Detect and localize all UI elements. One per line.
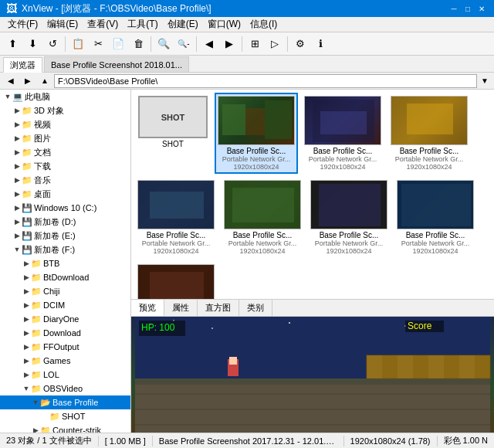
list-item[interactable]: Base Profile Sc... Portable Network Gr..… xyxy=(134,261,218,299)
tree-item-docs[interactable]: ▶ 📁 文档 xyxy=(0,145,130,159)
toggle-counterstrike[interactable]: ▶ xyxy=(31,426,40,433)
tb-view-thumbnails[interactable]: ⊞ xyxy=(245,35,264,53)
toggle-newe[interactable]: ▶ xyxy=(12,232,22,239)
tb-zoom-in[interactable]: 🔍 xyxy=(154,35,173,53)
menu-edit[interactable]: 编辑(E) xyxy=(42,16,83,32)
tree-item-btdownload[interactable]: ▶ 📁 BtDownload xyxy=(0,270,130,284)
tree-item-ffoutput[interactable]: ▶ 📁 FFOutput xyxy=(0,340,130,354)
tab-properties[interactable]: 属性 xyxy=(164,300,198,316)
tree-item-btb[interactable]: ▶ 📁 BTB xyxy=(0,256,130,270)
toggle-lol[interactable]: ▶ xyxy=(22,371,31,378)
tree-item-desktop[interactable]: ▶ 📁 桌面 xyxy=(0,187,130,201)
svg-rect-0 xyxy=(222,104,245,135)
tree-item-downloads[interactable]: ▶ 📁 下载 xyxy=(0,159,130,173)
list-item[interactable]: Base Profile Sc... Portable Network Gr..… xyxy=(387,93,471,174)
toggle-desktop[interactable]: ▶ xyxy=(12,190,22,198)
tab-categories[interactable]: 类别 xyxy=(239,300,272,316)
tree-item-pictures[interactable]: ▶ 📁 图片 xyxy=(0,131,130,145)
toggle-pc[interactable]: ▼ xyxy=(3,93,12,100)
tree-item-newe[interactable]: ▶ 💾 新加卷 (E:) xyxy=(0,229,130,243)
toggle-downloads[interactable]: ▶ xyxy=(12,162,22,170)
list-item[interactable]: Base Profile Sc... Portable Network Gr..… xyxy=(221,177,304,258)
tb-next[interactable]: ▶ xyxy=(220,35,239,53)
toggle-video[interactable]: ▶ xyxy=(12,120,22,128)
tab-screenshot[interactable]: Base Profile Screenshot 2018.01... xyxy=(44,56,189,72)
tree-item-games[interactable]: ▶ 📁 Games xyxy=(0,354,130,368)
tree-item-3d[interactable]: ▶ 📁 3D 对象 xyxy=(0,104,130,117)
tb-slideshow[interactable]: ▷ xyxy=(266,35,284,53)
list-item[interactable]: SHOT SHOT xyxy=(134,93,211,162)
list-item[interactable]: Base Profile Sc... Portable Network Gr..… xyxy=(307,177,391,258)
tb-cut[interactable]: ✂ xyxy=(89,35,107,53)
toggle-newf[interactable]: ▼ xyxy=(12,246,22,253)
svg-rect-2 xyxy=(265,100,292,139)
toggle-ffoutput[interactable]: ▶ xyxy=(22,343,31,351)
toggle-baseprofile[interactable]: ▼ xyxy=(31,399,40,406)
toggle-btdownload[interactable]: ▶ xyxy=(22,273,31,281)
address-input[interactable] xyxy=(54,74,477,88)
close-button[interactable]: ✕ xyxy=(475,3,488,14)
tree-item-baseprofile[interactable]: ▼ 📂 Base Profile xyxy=(0,395,130,409)
tb-up[interactable]: ⬆ xyxy=(3,35,22,53)
maximize-button[interactable]: □ xyxy=(462,3,474,14)
toggle-games[interactable]: ▶ xyxy=(22,357,31,365)
toggle-btb[interactable]: ▶ xyxy=(22,260,31,267)
list-item[interactable]: Base Profile Sc... Portable Network Gr..… xyxy=(394,177,477,258)
toggle-newd[interactable]: ▶ xyxy=(12,218,22,226)
toggle-winc[interactable]: ▶ xyxy=(12,204,22,212)
minimize-button[interactable]: ─ xyxy=(448,3,460,14)
menu-view[interactable]: 查看(V) xyxy=(83,16,123,32)
tab-histogram[interactable]: 直方图 xyxy=(198,300,239,316)
tb-copy[interactable]: 📋 xyxy=(69,35,87,53)
tb-settings[interactable]: ⚙ xyxy=(291,35,310,53)
toggle-music[interactable]: ▶ xyxy=(12,176,22,184)
tree-item-download[interactable]: ▶ 📁 Download xyxy=(0,326,130,340)
toggle-docs[interactable]: ▶ xyxy=(12,148,22,156)
tree-item-chiji[interactable]: ▶ 📁 Chiji xyxy=(0,284,130,298)
tree-item-diaryone[interactable]: ▶ 📁 DiaryOne xyxy=(0,312,130,326)
list-item[interactable]: Base Profile Sc... Portable Network Gr..… xyxy=(215,93,298,174)
tb-prev[interactable]: ◀ xyxy=(200,35,218,53)
tree-item-lol[interactable]: ▶ 📁 LOL xyxy=(0,368,130,382)
tree-item-dcim[interactable]: ▶ 📁 DCIM xyxy=(0,298,130,312)
tb-paste[interactable]: 📄 xyxy=(109,35,127,53)
tree-item-music[interactable]: ▶ 📁 音乐 xyxy=(0,173,130,187)
menu-create[interactable]: 创建(E) xyxy=(163,16,203,32)
tab-browser[interactable]: 浏览器 xyxy=(3,57,42,73)
app-icon: 🖼 xyxy=(6,2,17,15)
menu-file[interactable]: 文件(F) xyxy=(3,16,42,32)
menu-window[interactable]: 窗口(W) xyxy=(203,16,245,32)
menu-bar: 文件(F) 编辑(E) 查看(V) 工具(T) 创建(E) 窗口(W) 信息(I… xyxy=(0,17,494,32)
addr-go[interactable]: ▼ xyxy=(479,74,491,88)
tree-item-video[interactable]: ▶ 📁 视频 xyxy=(0,117,130,131)
menu-tools[interactable]: 工具(T) xyxy=(123,16,162,32)
tree-item-newf[interactable]: ▼ 💾 新加卷 (F:) xyxy=(0,243,130,256)
addr-back[interactable]: ◀ xyxy=(3,74,19,88)
tb-delete[interactable]: 🗑 xyxy=(129,35,147,53)
icon-btb: 📁 xyxy=(31,259,42,269)
tb-info[interactable]: ℹ xyxy=(311,35,330,53)
tree-item-newd[interactable]: ▶ 💾 新加卷 (D:) xyxy=(0,215,130,229)
tree-item-counterstrike[interactable]: ▶ 📁 Counter-strik xyxy=(0,423,130,433)
toggle-download[interactable]: ▶ xyxy=(22,329,31,337)
tb-refresh[interactable]: ↺ xyxy=(43,35,62,53)
addr-forward[interactable]: ▶ xyxy=(20,74,36,88)
tree-item-shot[interactable]: 📁 SHOT xyxy=(0,409,130,423)
list-item[interactable]: Base Profile Sc... Portable Network Gr..… xyxy=(134,177,218,258)
tb-down[interactable]: ⬇ xyxy=(23,35,42,53)
tb-zoom-out[interactable]: 🔍- xyxy=(174,35,193,53)
tree-item-pc[interactable]: ▼ 💻 此电脑 xyxy=(0,90,130,104)
toggle-chiji[interactable]: ▶ xyxy=(22,287,31,295)
toggle-pictures[interactable]: ▶ xyxy=(12,134,22,142)
addr-up[interactable]: ▲ xyxy=(37,74,52,88)
tab-preview[interactable]: 预览 xyxy=(131,300,164,316)
menu-info[interactable]: 信息(I) xyxy=(245,16,282,32)
tree-item-obsvideo[interactable]: ▼ 📁 OBSVideo xyxy=(0,382,130,395)
toggle-diaryone[interactable]: ▶ xyxy=(22,315,31,323)
toggle-3d[interactable]: ▶ xyxy=(12,107,22,114)
list-item[interactable]: Base Profile Sc... Portable Network Gr..… xyxy=(301,93,384,174)
svg-rect-37 xyxy=(459,355,475,378)
toggle-obsvideo[interactable]: ▼ xyxy=(22,385,31,392)
tree-item-winc[interactable]: ▶ 💾 Windows 10 (C:) xyxy=(0,201,130,215)
toggle-dcim[interactable]: ▶ xyxy=(22,301,31,309)
